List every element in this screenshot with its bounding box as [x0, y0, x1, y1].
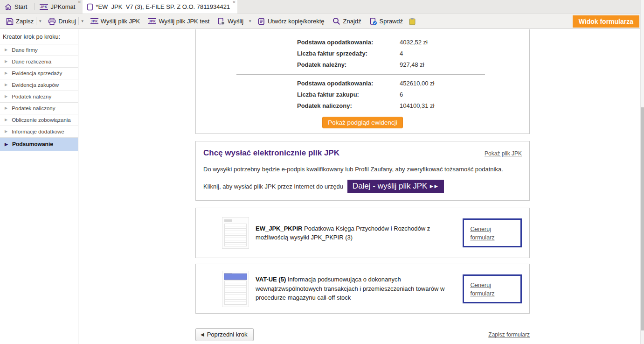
find-label: Znajdź	[343, 18, 361, 25]
home-icon	[5, 4, 12, 10]
toolbar: Zapisz ▼ Drukuj ▼ JPK Wyślij plik JPK JP…	[0, 14, 644, 29]
show-register-preview-button[interactable]: Pokaż podgląd ewidencji	[322, 117, 403, 128]
send-dropdown-arrow[interactable]: ▼	[246, 17, 254, 25]
step-wizard-sidebar: Kreator krok po kroku: ▶Dane firmy ▶Dane…	[0, 29, 78, 344]
send-panel-description: Do wysyłki potrzebny będzie e-podpis kwa…	[203, 166, 522, 173]
send-jpk-test-button[interactable]: JPK Wyślij plik JPK test	[146, 16, 212, 27]
scrollbar-thumb[interactable]	[641, 107, 644, 330]
next-send-jpk-button[interactable]: Dalej - wyślij plik JPK ►►	[347, 180, 444, 193]
summary-value: 452610,00 zł	[400, 80, 434, 87]
summary-value: 4032,52 zł	[400, 39, 428, 46]
jpk-icon: JPK	[148, 18, 156, 24]
tab-bar: Start JPK JPKomat ✕ *EW_JPK_V7 (3), E-FI…	[0, 0, 644, 14]
summary-value: 104100,31 zł	[400, 102, 434, 109]
generate-form-link[interactable]: Generuj formularz	[470, 226, 494, 241]
sidebar-item-dane-rozliczenia[interactable]: ▶Dane rozliczenia	[0, 56, 78, 68]
chevron-right-icon: ▶	[5, 83, 7, 87]
purchase-summary: Podstawa opodatkowania: 452610,00 zł Lic…	[297, 77, 529, 111]
chevron-right-icon: ▶	[5, 142, 8, 146]
summary-label: Liczba faktur zakupu:	[297, 91, 400, 98]
form-view-button[interactable]: Widok formularza	[573, 15, 639, 28]
summary-value: 4	[400, 50, 403, 57]
summary-row: Liczba faktur zakupu: 6	[297, 89, 529, 100]
save-button[interactable]: Zapisz	[4, 16, 36, 27]
show-jpk-file-link[interactable]: Pokaż plik JPK	[485, 150, 522, 157]
summary-panel: Podstawa opodatkowania: 4032,52 zł Liczb…	[195, 29, 530, 134]
summary-row: Podatek naliczony: 104100,31 zł	[297, 100, 529, 111]
chevron-right-icon: ▶	[5, 118, 7, 122]
tab-document-active[interactable]: *EW_JPK_V7 (3), E-FILE SP. Z O.O. 781193…	[83, 0, 237, 14]
send-button[interactable]: Wyślij	[215, 16, 246, 27]
check-button[interactable]: Sprawdź	[367, 16, 406, 27]
send-document-icon	[218, 18, 225, 25]
send-jpk-test-label: Wyślij plik JPK test	[159, 18, 209, 25]
copy-icon	[258, 18, 265, 25]
print-label: Drukuj	[58, 18, 76, 25]
summary-row: Liczba faktur sprzedaży: 4	[297, 48, 529, 59]
close-icon[interactable]: ✕	[232, 0, 236, 5]
summary-label: Podstawa opodatkowania:	[297, 39, 400, 46]
check-label: Sprawdź	[380, 18, 403, 25]
summary-label: Liczba faktur sprzedaży:	[297, 50, 400, 57]
printer-icon	[48, 18, 56, 25]
previous-step-button[interactable]: ◀ Poprzedni krok	[195, 328, 254, 341]
jpk-icon: JPK	[40, 4, 48, 10]
send-click-prompt: Kliknij, aby wysłać plik JPK przez Inter…	[203, 183, 343, 190]
sidebar-item-label: Dane firmy	[12, 47, 38, 53]
double-right-arrow-icon: ►►	[429, 183, 439, 190]
sidebar-item-label: Podsumowanie	[12, 141, 53, 147]
check-document-icon	[370, 18, 377, 25]
chevron-right-icon: ▶	[5, 95, 7, 98]
send-jpk-button[interactable]: JPK Wyślij plik JPK	[88, 16, 143, 27]
sidebar-item-label: Ewidencja sprzedaży	[12, 70, 62, 76]
close-icon[interactable]: ✕	[77, 0, 81, 5]
form-card-title: EW_JPK_PKPiR	[256, 225, 302, 232]
tab-jpkomat[interactable]: JPK JPKomat ✕	[35, 0, 83, 14]
summary-row: Podstawa opodatkowania: 4032,52 zł	[297, 36, 529, 48]
form-card-vatue: VAT-UE (5) Informacja podsumowująca o do…	[195, 264, 530, 314]
next-button-label: Dalej - wyślij plik JPK	[353, 182, 428, 191]
summary-row: Podstawa opodatkowania: 452610,00 zł	[297, 77, 529, 89]
tab-start[interactable]: Start	[0, 0, 35, 14]
copy-label: Utwórz kopię/korektę	[268, 18, 324, 25]
sidebar-item-label: Podatek naliczony	[12, 105, 55, 111]
save-form-link[interactable]: Zapisz formularz	[488, 331, 530, 338]
sidebar-item-ewidencja-sprzedazy[interactable]: ▶Ewidencja sprzedaży	[0, 68, 78, 79]
chevron-right-icon: ▶	[5, 60, 7, 63]
form-card-text: VAT-UE (5) Informacja podsumowująca o do…	[256, 275, 463, 302]
summary-value: 6	[400, 91, 403, 98]
main-content: Podstawa opodatkowania: 4032,52 zł Liczb…	[79, 29, 640, 344]
copy-correction-button[interactable]: Utwórz kopię/korektę	[256, 16, 326, 27]
sidebar-item-informacje-dodatkowe[interactable]: ▶Informacje dodatkowe	[0, 126, 78, 138]
print-button[interactable]: Drukuj	[46, 16, 78, 27]
sidebar-item-label: Obliczenie zobowiązania	[12, 117, 71, 123]
chevron-right-icon: ▶	[5, 130, 7, 133]
form-card-title: VAT-UE (5)	[256, 276, 286, 283]
print-dropdown-arrow[interactable]: ▼	[78, 17, 86, 25]
sidebar-item-label: Ewidencja zakupów	[12, 82, 59, 88]
summary-row: Podatek należny: 927,48 zł	[297, 59, 529, 70]
previous-step-label: Poprzedni krok	[207, 331, 248, 338]
save-dropdown-arrow[interactable]: ▼	[36, 17, 44, 25]
summary-label: Podstawa opodatkowania:	[297, 80, 400, 87]
sidebar-item-podatek-nalezny[interactable]: ▶Podatek należny	[0, 91, 78, 103]
sidebar-item-dane-firmy[interactable]: ▶Dane firmy	[0, 44, 78, 56]
generate-form-link[interactable]: Generuj formularz	[470, 282, 494, 297]
sidebar-item-podatek-naliczony[interactable]: ▶Podatek naliczony	[0, 103, 78, 114]
summary-label: Podatek należny:	[297, 61, 400, 68]
form-card-pkpir: EW_JPK_PKPiR Podatkowa Księga Przychodów…	[195, 208, 530, 258]
save-icon	[6, 18, 14, 25]
summary-value: 927,48 zł	[400, 61, 424, 68]
sidebar-title: Kreator krok po kroku:	[0, 29, 78, 44]
sidebar-item-obliczenie-zobowiazania[interactable]: ▶Obliczenie zobowiązania	[0, 114, 78, 126]
chevron-right-icon: ▶	[5, 106, 7, 110]
clipboard-icon[interactable]	[409, 18, 415, 25]
divider	[236, 74, 485, 75]
find-button[interactable]: Znajdź	[330, 15, 363, 27]
sidebar-item-podsumowanie[interactable]: ▶Podsumowanie	[0, 138, 78, 151]
footer-navigation: ◀ Poprzedni krok Zapisz formularz	[195, 328, 530, 341]
left-arrow-icon: ◀	[201, 332, 204, 337]
sidebar-item-ewidencja-zakupow[interactable]: ▶Ewidencja zakupów	[0, 79, 78, 91]
form-card-text: EW_JPK_PKPiR Podatkowa Księga Przychodów…	[256, 224, 463, 242]
vertical-scrollbar[interactable]	[640, 0, 644, 344]
